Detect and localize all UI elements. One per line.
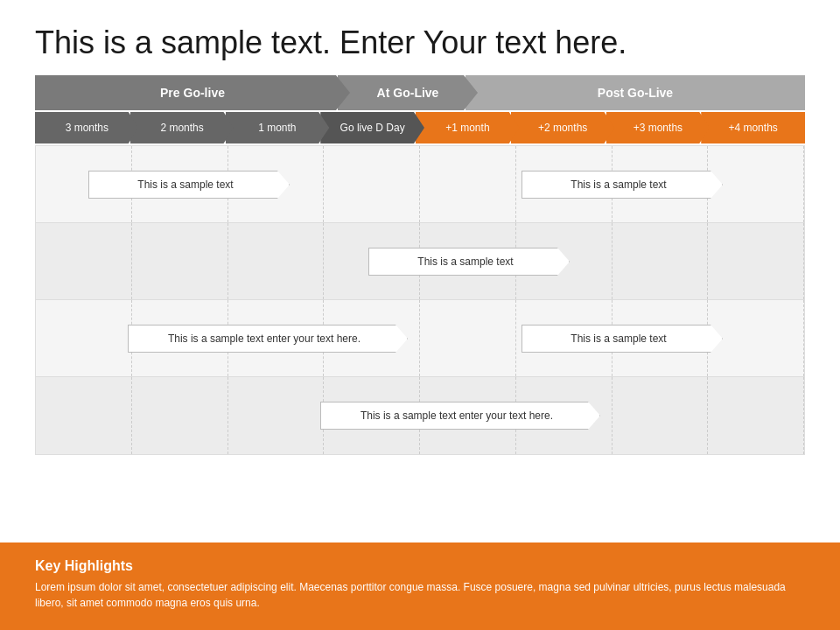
steps-row: 3 months 2 months 1 month Go live D Day …	[35, 112, 805, 144]
timeline-container: Pre Go-live At Go-Live Post Go-Live 3 mo…	[35, 75, 805, 455]
grid-cell	[36, 223, 132, 299]
step-golive-dday: Go live D Day	[320, 112, 424, 144]
grid-cell	[708, 300, 804, 376]
milestone-row3-1: This is a sample text enter your text he…	[128, 325, 408, 353]
grid-cell	[132, 223, 228, 299]
grid-cell	[708, 146, 804, 222]
step-plus3months: +3 months	[606, 112, 710, 144]
grid-row-4: This is a sample text enter your text he…	[36, 377, 804, 454]
milestone-row1-1: This is a sample text	[88, 171, 290, 199]
step-2months: 2 months	[130, 112, 234, 144]
grid-cell	[36, 300, 132, 376]
step-3months: 3 months	[35, 112, 139, 144]
footer-text: Lorem ipsum dolor sit amet, consectetuer…	[35, 579, 805, 611]
milestone-row1-2: This is a sample text	[522, 171, 723, 199]
grid-cell	[708, 223, 804, 299]
grid-cell	[612, 377, 709, 454]
grid-row-1: This is a sample text This is a sample t…	[36, 146, 804, 223]
phase-post-golive: Post Go-Live	[466, 75, 805, 110]
grid-cell	[132, 377, 228, 454]
milestone-row4-1: This is a sample text enter your text he…	[320, 402, 600, 430]
milestone-row2-1: This is a sample text	[368, 248, 570, 276]
grid-row-3: This is a sample text enter your text he…	[36, 300, 804, 377]
grid-cell	[228, 377, 325, 454]
grid-cell	[36, 377, 132, 454]
grid-area: This is a sample text This is a sample t…	[35, 145, 805, 455]
step-plus2months: +2 months	[511, 112, 615, 144]
phase-headers: Pre Go-live At Go-Live Post Go-Live	[35, 75, 805, 110]
step-plus1month: +1 month	[416, 112, 520, 144]
grid-cell	[420, 146, 516, 222]
grid-cell	[420, 300, 516, 376]
phase-pre-golive: Pre Go-live	[35, 75, 350, 110]
grid-cell	[708, 377, 804, 454]
page-title: This is a sample text. Enter Your text h…	[0, 0, 840, 75]
footer-title: Key Highlights	[35, 558, 805, 574]
phase-at-golive: At Go-Live	[338, 75, 478, 110]
grid-cell	[228, 223, 325, 299]
grid-row-2: This is a sample text	[36, 223, 804, 300]
milestone-row3-2: This is a sample text	[522, 325, 723, 353]
grid-cell	[612, 223, 709, 299]
step-plus4months: +4 months	[701, 112, 805, 144]
footer: Key Highlights Lorem ipsum dolor sit ame…	[0, 542, 840, 630]
grid-cell	[324, 146, 420, 222]
step-1month: 1 month	[226, 112, 330, 144]
